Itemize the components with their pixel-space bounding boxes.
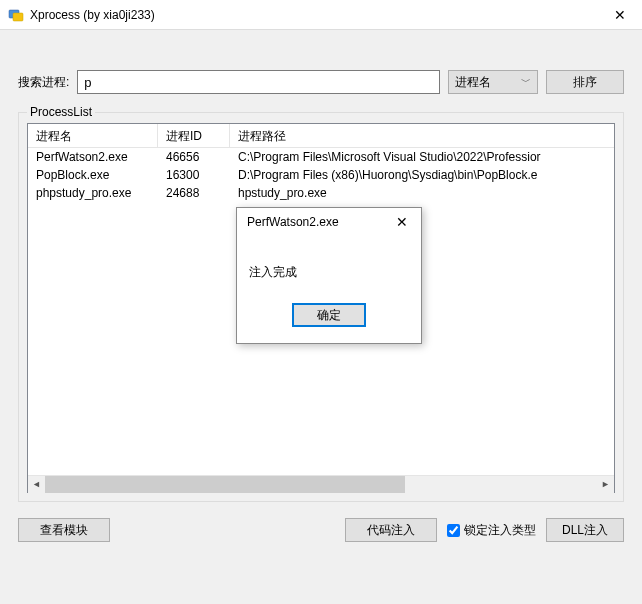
- column-header-path[interactable]: 进程路径: [230, 124, 614, 147]
- search-type-combo[interactable]: 进程名 ﹀: [448, 70, 538, 94]
- scroll-left-icon[interactable]: ◄: [28, 476, 45, 493]
- dialog-close-icon[interactable]: ✕: [389, 214, 415, 230]
- groupbox-title: ProcessList: [27, 105, 95, 119]
- svg-rect-1: [13, 13, 23, 21]
- horizontal-scrollbar[interactable]: ◄ ►: [28, 475, 614, 492]
- code-inject-button[interactable]: 代码注入: [345, 518, 437, 542]
- search-input[interactable]: [77, 70, 440, 94]
- column-header-name[interactable]: 进程名: [28, 124, 158, 147]
- column-header-pid[interactable]: 进程ID: [158, 124, 230, 147]
- sort-button[interactable]: 排序: [546, 70, 624, 94]
- search-label: 搜索进程:: [18, 74, 69, 91]
- combo-selected: 进程名: [455, 74, 491, 91]
- cell-path: C:\Program Files\Microsoft Visual Studio…: [230, 149, 614, 165]
- dll-inject-button[interactable]: DLL注入: [546, 518, 624, 542]
- chevron-down-icon: ﹀: [521, 75, 531, 89]
- close-button[interactable]: ✕: [598, 0, 642, 30]
- scroll-thumb[interactable]: [45, 476, 405, 493]
- lock-inject-type-input[interactable]: [447, 524, 460, 537]
- table-row[interactable]: PopBlock.exe 16300 D:\Program Files (x86…: [28, 166, 614, 184]
- dialog-ok-button[interactable]: 确定: [292, 303, 366, 327]
- cell-name: PopBlock.exe: [28, 167, 158, 183]
- cell-path: D:\Program Files (x86)\Huorong\Sysdiag\b…: [230, 167, 614, 183]
- titlebar: Xprocess (by xia0ji233) ✕: [0, 0, 642, 30]
- window-title: Xprocess (by xia0ji233): [30, 8, 598, 22]
- table-row[interactable]: PerfWatson2.exe 46656 C:\Program Files\M…: [28, 148, 614, 166]
- dialog-message: 注入完成: [237, 236, 421, 303]
- message-dialog: PerfWatson2.exe ✕ 注入完成 确定: [236, 207, 422, 344]
- app-icon: [8, 7, 24, 23]
- listview-header[interactable]: 进程名 进程ID 进程路径: [28, 124, 614, 148]
- scroll-track[interactable]: [45, 476, 597, 493]
- dialog-titlebar: PerfWatson2.exe ✕: [237, 208, 421, 236]
- lock-inject-type-checkbox[interactable]: 锁定注入类型: [447, 522, 536, 539]
- cell-pid: 46656: [158, 149, 230, 165]
- table-row[interactable]: phpstudy_pro.exe 24688 hpstudy_pro.exe: [28, 184, 614, 202]
- cell-name: phpstudy_pro.exe: [28, 185, 158, 201]
- cell-pid: 16300: [158, 167, 230, 183]
- cell-path: hpstudy_pro.exe: [230, 185, 614, 201]
- cell-name: PerfWatson2.exe: [28, 149, 158, 165]
- view-module-button[interactable]: 查看模块: [18, 518, 110, 542]
- cell-pid: 24688: [158, 185, 230, 201]
- scroll-right-icon[interactable]: ►: [597, 476, 614, 493]
- lock-inject-type-label: 锁定注入类型: [464, 522, 536, 539]
- dialog-title: PerfWatson2.exe: [247, 215, 389, 229]
